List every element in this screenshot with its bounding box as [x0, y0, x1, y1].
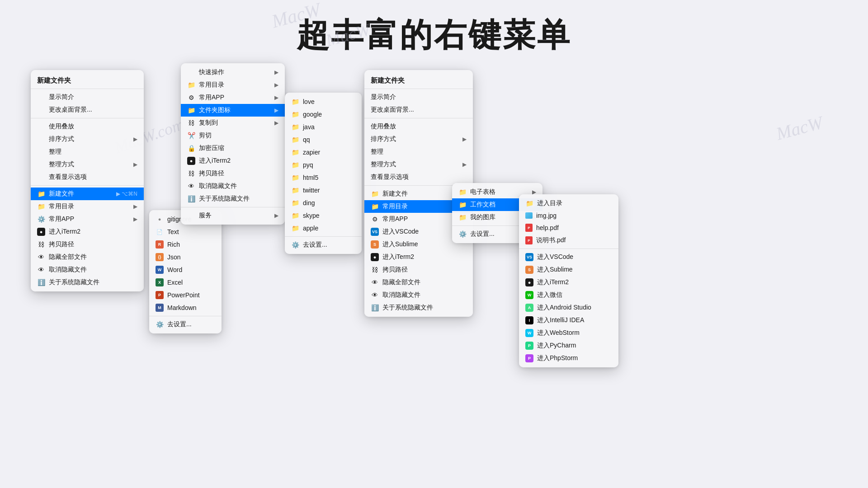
menu3-copy-to[interactable]: ⛓ 复制到 ▶	[181, 117, 285, 129]
enter-dir-icon: 📁	[525, 199, 533, 207]
menu1-new-file[interactable]: 📁 新建文件 ▶ ⌥⌘N	[31, 188, 144, 200]
common-app-icon: ⚙️	[37, 215, 45, 223]
menu3-common-dir[interactable]: 📁 常用目录 ▶	[181, 79, 285, 91]
menu1-organize[interactable]: 整理	[31, 145, 144, 158]
common-app-arrow: ▶	[133, 216, 137, 222]
fi-twitter[interactable]: 📁 twitter	[285, 184, 362, 197]
context-menu-file-types: ● gitignore 📄 Text R Rich {} Json W Word…	[149, 210, 222, 333]
menu1-organize-by[interactable]: 整理方式 ▶	[31, 158, 144, 171]
file-type-ppt[interactable]: P PowerPoint	[149, 289, 222, 301]
file-pycharm[interactable]: P 进入PyCharm	[519, 339, 618, 352]
new-file-icon: 📁	[37, 190, 45, 198]
menu3-cut[interactable]: ✂️ 剪切	[181, 129, 285, 142]
file-sublime[interactable]: S 进入Sublime	[519, 263, 618, 276]
file-help-pdf[interactable]: P help.pdf	[519, 221, 618, 234]
menu5-about-hidden[interactable]: ℹ️ 关于系统隐藏文件	[364, 301, 473, 314]
info-icon	[37, 93, 45, 101]
fi-skype[interactable]: 📁 skype	[285, 209, 362, 222]
menu5-organize[interactable]: 整理	[364, 145, 473, 158]
menu3-compress[interactable]: 🔒 加密压缩	[181, 142, 285, 155]
fi-html5[interactable]: 📁 html5	[285, 171, 362, 184]
file-intellij[interactable]: I 进入IntelliJ IDEA	[519, 314, 618, 327]
menu1-common-dir[interactable]: 📁 常用目录 ▶	[31, 200, 144, 213]
fi-settings[interactable]: ⚙️ 去设置...	[285, 239, 362, 251]
file-android[interactable]: A 进入Android Studio	[519, 301, 618, 314]
fi-java[interactable]: 📁 java	[285, 121, 362, 133]
menu3-services[interactable]: 服务 ▶	[181, 209, 285, 222]
m5-sep1	[364, 89, 473, 89]
menu5-cancel-hide[interactable]: 👁 取消隐藏文件	[364, 289, 473, 301]
stack-icon	[37, 122, 45, 131]
file-type-markdown[interactable]: M Markdown	[149, 301, 222, 314]
menu3-cancel-hide[interactable]: 👁 取消隐藏文件	[181, 180, 285, 192]
organize-icon	[37, 148, 45, 156]
sort-icon	[37, 135, 45, 143]
menu1-show-info[interactable]: 显示简介	[31, 91, 144, 103]
menu1-unhide[interactable]: 👁 取消隐藏文件	[31, 263, 144, 276]
file-webstorm[interactable]: W 进入WebStorm	[519, 327, 618, 339]
menu1-common-app[interactable]: ⚙️ 常用APP ▶	[31, 213, 144, 225]
copy-to-arrow: ▶	[274, 120, 278, 126]
m5-copy-icon: ⛓	[371, 266, 379, 274]
menu3-common-app[interactable]: ⚙ 常用APP ▶	[181, 91, 285, 104]
file-type-json[interactable]: {} Json	[149, 251, 222, 263]
fi-qq[interactable]: 📁 qq	[285, 133, 362, 146]
work-docs-folder-icon: 📁	[458, 201, 467, 209]
m5-iterm-icon: ●	[371, 253, 379, 261]
menu1-sort[interactable]: 排序方式 ▶	[31, 133, 144, 145]
file-type-text[interactable]: 📄 Text	[149, 225, 222, 238]
menu1-hide-all[interactable]: 👁 隐藏全部文件	[31, 251, 144, 263]
fi-google[interactable]: 📁 google	[285, 108, 362, 121]
file-type-excel[interactable]: X Excel	[149, 276, 222, 289]
watermark-4: MacW	[774, 112, 825, 144]
menu1-about-hidden[interactable]: ℹ️ 关于系统隐藏文件	[31, 276, 144, 289]
m3-app-arrow: ▶	[274, 94, 278, 101]
folder-icon-arrow: ▶	[274, 107, 278, 113]
file-iterm[interactable]: ● 进入iTerm2	[519, 276, 618, 289]
menu3-iterm[interactable]: ● 进入iTerm2	[181, 155, 285, 167]
m3-info-icon: ℹ️	[187, 195, 195, 203]
fi-zapier[interactable]: 📁 zapier	[285, 146, 362, 159]
menu5-stack[interactable]: 使用叠放	[364, 120, 473, 133]
m3-common-app-icon: ⚙	[187, 94, 195, 102]
fi-gear-icon: ⚙️	[291, 241, 299, 249]
menu1-view-options[interactable]: 查看显示选项	[31, 171, 144, 183]
fi-ding[interactable]: 📁 ding	[285, 197, 362, 209]
menu1-copy-path[interactable]: ⛓ 拷贝路径	[31, 238, 144, 251]
file-type-word[interactable]: W Word	[149, 263, 222, 276]
menu3-about-hidden[interactable]: ℹ️ 关于系统隐藏文件	[181, 192, 285, 205]
file-type-rich[interactable]: R Rich	[149, 238, 222, 251]
fi-love[interactable]: 📁 love	[285, 95, 362, 108]
menu5-show-info[interactable]: 显示简介	[364, 91, 473, 103]
apple-folder-icon: 📁	[291, 224, 299, 232]
file-phpstorm[interactable]: P 进入PhpStorm	[519, 352, 618, 365]
menu5-hide-all[interactable]: 👁 隐藏全部文件	[364, 276, 473, 289]
menu5-change-bg[interactable]: 更改桌面背景...	[364, 103, 473, 116]
file-enter-dir[interactable]: 📁 进入目录	[519, 197, 618, 210]
menu5-organize-by[interactable]: 整理方式 ▶	[364, 158, 473, 171]
menu3-folder-icon[interactable]: 📁 文件夹图标 ▶	[181, 104, 285, 117]
file-img[interactable]: img.jpg	[519, 210, 618, 221]
menu5-copy-path[interactable]: ⛓ 拷贝路径	[364, 263, 473, 276]
file-vscode[interactable]: VS 进入VSCode	[519, 251, 618, 263]
f-pycharm-icon: P	[525, 342, 533, 350]
menu5-iterm[interactable]: ● 进入iTerm2	[364, 251, 473, 263]
file-wechat[interactable]: W 进入微信	[519, 289, 618, 301]
fi-apple[interactable]: 📁 apple	[285, 222, 362, 235]
context-menu-files: 📁 进入目录 img.jpg P help.pdf P 说明书.pdf VS 进…	[519, 194, 618, 367]
menu1-change-bg[interactable]: 更改桌面背景...	[31, 103, 144, 116]
menu5-sort[interactable]: 排序方式 ▶	[364, 133, 473, 145]
menu5-view-opts[interactable]: 查看显示选项	[364, 171, 473, 183]
menu3-copy-path[interactable]: ⛓ 拷贝路径	[181, 167, 285, 180]
menu3-quick-action[interactable]: 快速操作 ▶	[181, 66, 285, 79]
zapier-folder-icon: 📁	[291, 148, 299, 156]
menu1-iterm[interactable]: ● 进入iTerm2	[31, 225, 144, 238]
file-type-settings[interactable]: ⚙️ 去设置...	[149, 318, 222, 331]
google-folder-icon: 📁	[291, 110, 299, 118]
menu1-stack[interactable]: 使用叠放	[31, 120, 144, 133]
help-pdf-icon: P	[525, 224, 533, 232]
iterm-icon: ●	[37, 228, 45, 236]
fi-pyq[interactable]: 📁 pyq	[285, 159, 362, 171]
file-manual-pdf[interactable]: P 说明书.pdf	[519, 234, 618, 247]
m3-eye-icon: 👁	[187, 182, 195, 190]
